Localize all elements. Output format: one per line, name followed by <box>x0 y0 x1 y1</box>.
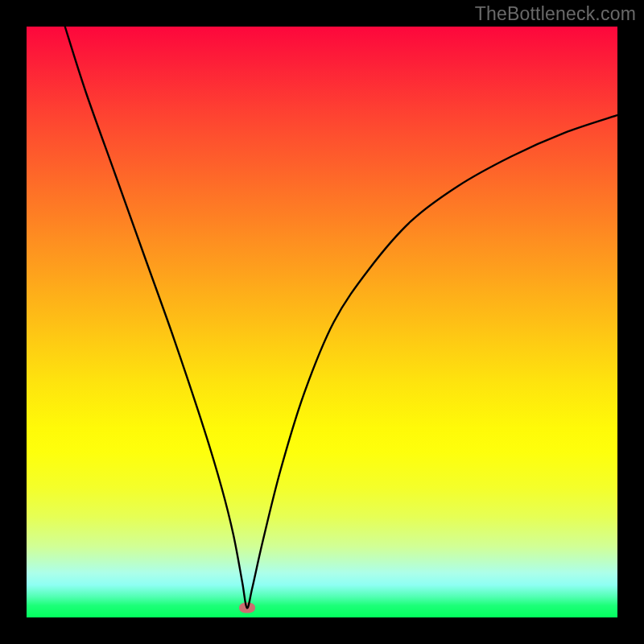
watermark-text: TheBottleneck.com <box>475 3 636 25</box>
plot-area <box>27 27 617 617</box>
bottleneck-curve <box>27 27 617 617</box>
curve-path <box>65 27 617 608</box>
